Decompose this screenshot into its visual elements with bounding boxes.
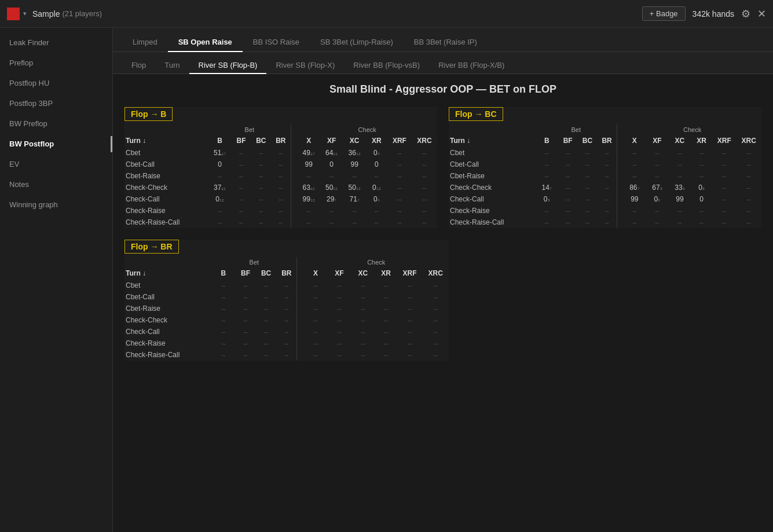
- hands-count: 342k hands: [693, 9, 734, 19]
- tab-bb-iso-raise[interactable]: BB ISO Raise: [243, 33, 310, 52]
- tab-bb-3bet-raise-ip[interactable]: BB 3Bet (Raise IP): [404, 33, 488, 52]
- gear-icon[interactable]: ⚙: [741, 8, 750, 20]
- table-row: Cbet -- -- -- -- -- -- -- -- --: [449, 147, 761, 159]
- table-row: Check-Check 14₇ -- -- -- 86₇ 67₃ 33₃ 0₃: [449, 182, 761, 193]
- flop-b-turn-label: Turn ↓: [124, 135, 208, 147]
- tab-turn[interactable]: Turn: [155, 57, 189, 74]
- flop-br-label: Flop → BR: [124, 240, 179, 254]
- app-body: Leak Finder Preflop Postflop HU Postflop…: [0, 28, 773, 532]
- sidebar: Leak Finder Preflop Postflop HU Postflop…: [0, 28, 113, 532]
- title-bar: ▾ Sample (21 players) + Badge 342k hands…: [0, 0, 773, 28]
- table-row: Check-Call 0₁₂ -- -- -- 99₁₂ 29₇ 71₇ 0₆: [124, 193, 437, 205]
- flop-bc-table: Flop → BC: [449, 107, 761, 228]
- flop-b-table: Flop → B: [124, 107, 437, 228]
- tab-sb-3bet-limp-raise[interactable]: SB 3Bet (Limp-Raise): [310, 33, 404, 52]
- tab-river-bb-flop-xb[interactable]: River BB (Flop-X/B): [429, 57, 514, 74]
- sidebar-item-bw-postflop[interactable]: BW Postflop: [0, 134, 112, 154]
- sidebar-item-bw-preflop[interactable]: BW Preflop: [0, 113, 112, 134]
- flop-br-data-table: Bet Check Turn ↓ B BF BC BR: [124, 257, 449, 361]
- col-x: X: [297, 135, 320, 147]
- top-tables-grid: Flop → B: [124, 107, 761, 228]
- sidebar-item-postflop-3bp[interactable]: Postflop 3BP: [0, 93, 112, 113]
- flop-bc-data-table: Bet Check Turn ↓ B BF BC BR: [449, 124, 761, 228]
- tab-river-sb-flop-b[interactable]: River SB (Flop-B): [189, 57, 267, 74]
- content-area: Small Blind - Aggressor OOP — BET on FLO…: [113, 74, 773, 532]
- table-row: Check-Call -- -- -- -- -- -- -- -- --: [124, 326, 449, 337]
- title-bar-right: + Badge 342k hands ⚙ ✕: [642, 6, 766, 21]
- col-xf: XF: [320, 135, 343, 147]
- col-bf: BF: [231, 135, 251, 147]
- bottom-tables-grid: Flop → BR: [124, 240, 761, 361]
- tab-flop[interactable]: Flop: [122, 57, 155, 74]
- col-xr: XR: [366, 135, 387, 147]
- table-row: Cbet-Raise -- -- -- -- -- -- -- -- --: [124, 170, 437, 182]
- sidebar-item-notes[interactable]: Notes: [0, 174, 112, 195]
- sub-tabs: Flop Turn River SB (Flop-B) River SB (Fl…: [113, 52, 773, 74]
- flop-b-check-header: Check: [297, 124, 437, 135]
- app-name: Sample: [32, 9, 60, 19]
- page-title: Small Blind - Aggressor OOP — BET on FLO…: [124, 83, 761, 96]
- col-b: B: [208, 135, 232, 147]
- table-row: Cbet-Call -- -- -- -- -- -- -- -- --: [449, 159, 761, 170]
- player-count: (21 players): [62, 9, 102, 18]
- flop-bc-label: Flop → BC: [449, 107, 503, 121]
- tab-limped[interactable]: Limped: [122, 33, 168, 52]
- flop-b-label: Flop → B: [124, 107, 173, 121]
- flop-br-table: Flop → BR: [124, 240, 449, 361]
- flop-b-bet-header: Bet: [208, 124, 291, 135]
- flop-br-turn-label: Turn ↓: [124, 267, 211, 280]
- tab-sb-open-raise[interactable]: SB Open Raise: [168, 33, 243, 52]
- badge-button[interactable]: + Badge: [642, 6, 686, 21]
- tab-river-bb-flop-vsb[interactable]: River BB (Flop-vsB): [344, 57, 429, 74]
- table-row: Cbet -- -- -- -- -- -- -- -- --: [124, 280, 449, 291]
- table-row: Check-Call 0₃ -- -- -- 99 0₃ 99 0 --: [449, 193, 761, 205]
- col-br: BR: [271, 135, 291, 147]
- table-row: Cbet-Raise -- -- -- -- -- -- -- -- --: [449, 170, 761, 182]
- table-row: Cbet-Raise -- -- -- -- -- -- -- -- --: [124, 303, 449, 314]
- main-content: Limped SB Open Raise BB ISO Raise SB 3Be…: [113, 28, 773, 532]
- table-row: Check-Check 37₄₁ -- -- -- 63₄₁ 50₁₂ 50₁₂…: [124, 182, 437, 193]
- sidebar-item-leak-finder[interactable]: Leak Finder: [0, 32, 112, 53]
- top-tabs: Limped SB Open Raise BB ISO Raise SB 3Be…: [113, 28, 773, 52]
- table-row: Check-Raise-Call -- -- -- -- -- -- -- --: [124, 217, 437, 228]
- app-logo: [7, 8, 20, 20]
- table-row: Check-Check -- -- -- -- -- -- -- -- --: [124, 314, 449, 326]
- title-bar-arrow: ▾: [23, 10, 27, 17]
- col-xrf: XRF: [387, 135, 412, 147]
- table-row: Cbet-Call -- -- -- -- -- -- -- -- --: [124, 291, 449, 303]
- table-row: Check-Raise -- -- -- -- -- -- -- -- --: [124, 337, 449, 349]
- table-row: Check-Raise -- -- -- -- -- -- -- -- --: [124, 205, 437, 217]
- table-row: Check-Raise-Call -- -- -- -- -- -- -- --: [124, 349, 449, 361]
- col-xrc: XRC: [412, 135, 437, 147]
- sidebar-item-winning-graph[interactable]: Winning graph: [0, 195, 112, 215]
- table-row: Check-Raise -- -- -- -- -- -- -- -- --: [449, 205, 761, 217]
- active-indicator: [111, 136, 112, 152]
- sidebar-item-preflop[interactable]: Preflop: [0, 53, 112, 73]
- sidebar-item-ev[interactable]: EV: [0, 154, 112, 174]
- table-row: Cbet 51₄₇ -- -- -- 49₄₇ 64₁₁ 36₁₂ 0₈ --: [124, 147, 437, 159]
- sidebar-item-postflop-hu[interactable]: Postflop HU: [0, 73, 112, 93]
- close-icon[interactable]: ✕: [757, 8, 766, 20]
- flop-b-data-table: Bet Check Turn ↓ B BF BC BR: [124, 124, 437, 228]
- table-row: Check-Raise-Call -- -- -- -- -- -- -- --: [449, 217, 761, 228]
- flop-bc-turn-label: Turn ↓: [449, 135, 536, 147]
- col-xc: XC: [343, 135, 366, 147]
- col-bc: BC: [251, 135, 271, 147]
- table-row: Cbet-Call 0 -- -- -- 99 0 99 0 --: [124, 159, 437, 170]
- tab-river-sb-flop-x[interactable]: River SB (Flop-X): [266, 57, 344, 74]
